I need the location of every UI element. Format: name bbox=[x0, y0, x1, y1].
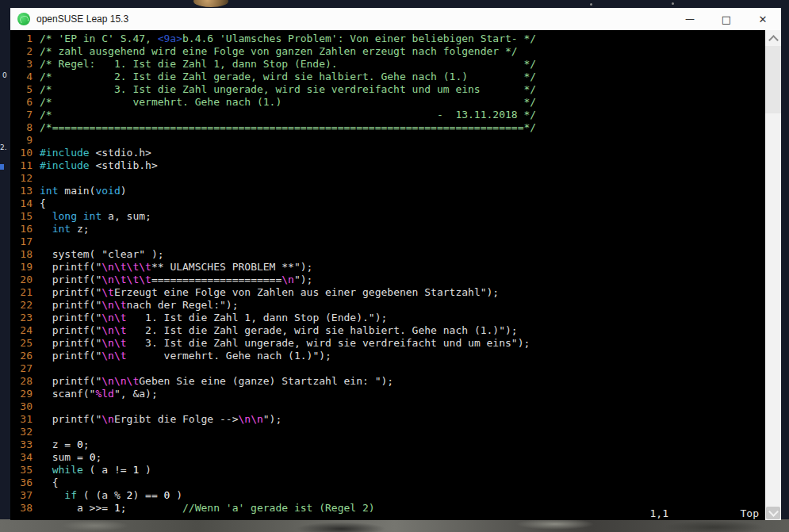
code-line: 9 bbox=[14, 134, 765, 147]
code-area: 1/* 'EP in C' S.47, <9a>b.4.6 'Ulamsches… bbox=[14, 33, 765, 515]
wallpaper-blob bbox=[193, 0, 228, 7]
scrollbar-thumb[interactable] bbox=[765, 46, 781, 113]
code-line: 15 long int a, sum; bbox=[14, 210, 765, 223]
scrollbar[interactable] bbox=[765, 30, 781, 520]
line-number: 28 bbox=[14, 375, 33, 388]
code-line: 7/* - 13.11.2018 */ bbox=[14, 109, 765, 121]
line-number: 11 bbox=[14, 159, 33, 172]
window-body: 1/* 'EP in C' S.47, <9a>b.4.6 'Ulamsches… bbox=[10, 30, 781, 520]
line-number: 9 bbox=[14, 134, 33, 147]
code-line: 13int main(void) bbox=[14, 185, 765, 197]
minimize-button[interactable]: — bbox=[672, 8, 708, 30]
line-number: 33 bbox=[14, 438, 33, 451]
cursor-position: 1,1 bbox=[650, 507, 668, 519]
line-number: 31 bbox=[14, 413, 33, 426]
code-line: 19 printf("\n\t\t\t** ULAMSCHES PROBLEM … bbox=[14, 261, 765, 274]
code-line: 14{ bbox=[14, 197, 765, 210]
line-number: 1 bbox=[14, 33, 33, 45]
line-number: 18 bbox=[14, 248, 33, 261]
line-number: 35 bbox=[14, 464, 33, 477]
opensuse-logo-icon bbox=[17, 13, 30, 25]
line-number: 21 bbox=[14, 286, 33, 299]
wallpaper-speck bbox=[672, 2, 674, 5]
line-number: 8 bbox=[14, 121, 33, 134]
terminal-window: openSUSE Leap 15.3 — □ ✕ 1/* 'EP in C' S… bbox=[10, 8, 781, 520]
line-number: 26 bbox=[14, 350, 33, 362]
line-number: 20 bbox=[14, 274, 33, 286]
scroll-down-button[interactable] bbox=[766, 507, 780, 519]
code-line: 23 printf("\n\t 1. Ist die Zahl 1, dann … bbox=[14, 312, 765, 324]
code-line: 31 printf("\nErgibt die Folge -->\n\n"); bbox=[14, 413, 765, 426]
line-number: 29 bbox=[14, 388, 33, 400]
line-number: 36 bbox=[14, 477, 33, 489]
line-number: 2 bbox=[14, 45, 33, 58]
line-number: 10 bbox=[14, 147, 33, 159]
code-line: 24 printf("\n\t 2. Ist die Zahl gerade, … bbox=[14, 324, 765, 337]
desktop-icon-label-fragment: 2. bbox=[0, 144, 7, 151]
line-number: 16 bbox=[14, 223, 33, 235]
line-number: 14 bbox=[14, 197, 33, 210]
line-number: 4 bbox=[14, 71, 33, 83]
line-number: 17 bbox=[14, 235, 33, 248]
code-line: 17 bbox=[14, 235, 765, 248]
code-line: 5/* 3. Ist die Zahl ungerade, wird sie v… bbox=[14, 83, 765, 96]
code-line: 34 sum = 0; bbox=[14, 451, 765, 464]
code-line: 29 scanf("%ld", &a); bbox=[14, 388, 765, 400]
code-line: 25 printf("\n\t 3. Ist die Zahl ungerade… bbox=[14, 337, 765, 350]
code-line: 4/* 2. Ist die Zahl gerade, wird sie hal… bbox=[14, 71, 765, 83]
line-number: 13 bbox=[14, 185, 33, 197]
line-number: 19 bbox=[14, 261, 33, 274]
code-line: 11#include <stdlib.h> bbox=[14, 159, 765, 172]
line-number: 22 bbox=[14, 299, 33, 312]
titlebar[interactable]: openSUSE Leap 15.3 — □ ✕ bbox=[10, 8, 781, 30]
line-number: 25 bbox=[14, 337, 33, 350]
code-line: 3/* Regel: 1. Ist die Zahl 1, dann Stop … bbox=[14, 58, 765, 71]
scroll-up-icon[interactable] bbox=[768, 35, 779, 45]
code-line: 10#include <stdio.h> bbox=[14, 147, 765, 159]
code-line: 2/* zahl ausgehend wird eine Folge von g… bbox=[14, 45, 765, 58]
line-number: 24 bbox=[14, 324, 33, 337]
line-number: 23 bbox=[14, 312, 33, 324]
maximize-button[interactable]: □ bbox=[708, 8, 745, 30]
code-line: 1/* 'EP in C' S.47, <9a>b.4.6 'Ulamsches… bbox=[14, 33, 765, 45]
desktop-icon-label-fragment: 0 bbox=[2, 71, 7, 79]
line-number: 30 bbox=[14, 400, 33, 413]
code-line: 21 printf("\tErzeugt eine Folge von Zahl… bbox=[14, 286, 765, 299]
code-line: 35 while ( a != 1 ) bbox=[14, 464, 765, 477]
vim-editor-screen[interactable]: 1/* 'EP in C' S.47, <9a>b.4.6 'Ulamsches… bbox=[10, 30, 765, 520]
code-line: 12 bbox=[14, 172, 765, 185]
line-number: 15 bbox=[14, 210, 33, 223]
desktop-icon-fragment bbox=[0, 164, 4, 170]
scroll-down-icon bbox=[768, 507, 779, 517]
code-line: 30 bbox=[14, 400, 765, 413]
desktop-wallpaper-strip bbox=[0, 519, 789, 532]
line-number: 7 bbox=[14, 109, 33, 121]
code-line: 36 { bbox=[14, 477, 765, 489]
code-line: 37 if ( (a % 2) == 0 ) bbox=[14, 489, 765, 502]
code-line: 26 printf("\n\t vermehrt. Gehe nach (1.)… bbox=[14, 350, 765, 362]
code-line: 20 printf("\n\t\t\t=====================… bbox=[14, 274, 765, 286]
code-line: 28 printf("\n\n\tGeben Sie eine (ganze) … bbox=[14, 375, 765, 388]
code-line: 16 int z; bbox=[14, 223, 765, 235]
line-number: 5 bbox=[14, 83, 33, 96]
code-line: 32 bbox=[14, 426, 765, 438]
line-number: 12 bbox=[14, 172, 33, 185]
code-line: 33 z = 0; bbox=[14, 438, 765, 451]
line-number: 27 bbox=[14, 362, 33, 375]
close-button[interactable]: ✕ bbox=[745, 8, 781, 30]
line-number: 34 bbox=[14, 451, 33, 464]
window-title: openSUSE Leap 15.3 bbox=[36, 13, 128, 25]
code-line: 27 bbox=[14, 362, 765, 375]
line-number: 32 bbox=[14, 426, 33, 438]
line-number: 6 bbox=[14, 96, 33, 109]
wallpaper-speck bbox=[590, 3, 592, 6]
code-line: 8/*=====================================… bbox=[14, 121, 765, 134]
window-controls: — □ ✕ bbox=[672, 8, 781, 30]
file-position: Top bbox=[741, 507, 759, 519]
code-line: 18 system( "clear" ); bbox=[14, 248, 765, 261]
vim-statusline: 1,1 Top bbox=[10, 507, 765, 519]
code-line: 6/* vermehrt. Gehe nach (1.) */ bbox=[14, 96, 765, 109]
line-number: 3 bbox=[14, 58, 33, 71]
line-number: 37 bbox=[14, 489, 33, 502]
code-line: 22 printf("\n\tnach der Regel:"); bbox=[14, 299, 765, 312]
